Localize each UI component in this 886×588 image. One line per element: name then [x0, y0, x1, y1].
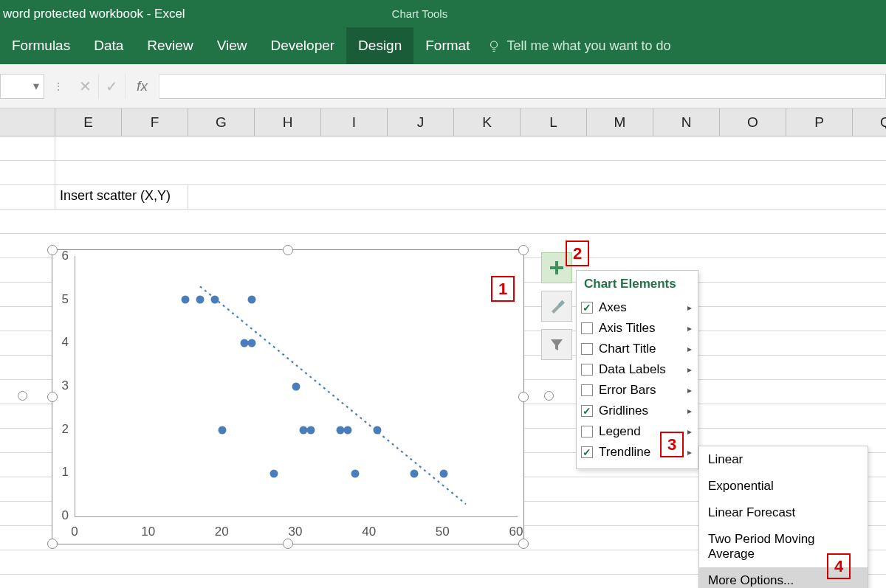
x-tick: 10	[141, 525, 155, 539]
y-tick: 4	[62, 335, 69, 350]
col-header[interactable]: P	[786, 108, 853, 136]
callout-1: 1	[491, 276, 515, 302]
checkbox[interactable]	[581, 384, 593, 396]
submenu-arrow-icon[interactable]: ▸	[687, 426, 692, 437]
name-box[interactable]: ▾	[0, 74, 44, 99]
submenu-arrow-icon[interactable]: ▸	[687, 385, 692, 395]
fx-label[interactable]: fx	[126, 74, 159, 99]
data-point[interactable]	[219, 426, 227, 435]
submenu-arrow-icon[interactable]: ▸	[687, 447, 692, 457]
y-axis: 0 1 2 3 4 5 6	[52, 256, 73, 516]
data-point[interactable]	[248, 339, 256, 347]
col-header[interactable]: E	[55, 108, 122, 136]
checkbox[interactable]	[581, 446, 593, 458]
chart-element-label: Data Labels	[599, 362, 666, 377]
trendline-option[interactable]: Linear Forecast	[699, 499, 868, 526]
funnel-icon	[549, 336, 565, 353]
contextual-tab-group: Chart Tools	[392, 7, 448, 20]
x-tick: 60	[509, 525, 523, 539]
submenu-arrow-icon[interactable]: ▸	[687, 302, 692, 313]
col-header[interactable]: K	[454, 108, 521, 136]
data-point[interactable]	[248, 296, 256, 304]
col-header[interactable]: L	[521, 108, 587, 136]
data-point[interactable]	[182, 296, 190, 304]
y-tick: 0	[62, 508, 69, 523]
callout-2: 2	[566, 241, 589, 266]
col-header[interactable]: H	[255, 108, 321, 136]
col-header[interactable]: J	[388, 108, 454, 136]
data-point[interactable]	[196, 296, 205, 304]
data-point[interactable]	[374, 426, 382, 435]
submenu-arrow-icon[interactable]: ▸	[687, 364, 692, 375]
trendline-option[interactable]: Exponential	[699, 473, 868, 499]
submenu-arrow-icon[interactable]: ▸	[687, 406, 692, 416]
chart-element-item[interactable]: Axes▸	[577, 297, 698, 318]
col-header[interactable]: F	[122, 108, 188, 136]
formula-bar: ▾ ⋮ ✕ ✓ fx	[0, 64, 886, 108]
x-tick: 20	[215, 525, 229, 539]
tab-review[interactable]: Review	[135, 27, 205, 64]
tab-formulas[interactable]: Formulas	[0, 27, 82, 64]
y-tick: 2	[62, 422, 69, 437]
col-header[interactable]: I	[321, 108, 388, 136]
chart-styles-button[interactable]	[541, 291, 572, 322]
tab-developer[interactable]: Developer	[258, 27, 346, 64]
svg-point-0	[491, 41, 498, 48]
title-bar: word protected workbook - Excel Chart To…	[0, 0, 886, 27]
data-point[interactable]	[344, 426, 352, 435]
chart-filters-button[interactable]	[541, 329, 572, 360]
data-point[interactable]	[292, 383, 301, 391]
column-headers: E F G H I J K L M N O P Q	[0, 108, 886, 136]
lightbulb-icon	[487, 39, 501, 52]
data-point[interactable]	[440, 470, 448, 478]
x-tick: 40	[362, 525, 376, 539]
checkbox[interactable]	[581, 426, 593, 437]
callout-4: 4	[827, 553, 851, 579]
chart-element-item[interactable]: Chart Title▸	[577, 339, 698, 359]
chart-area[interactable]: 0 1 2 3 4 5 6 0 10 20 30 40 50 60	[52, 249, 524, 544]
chart-element-label: Trendline	[599, 445, 650, 460]
chart-object[interactable]: 0 1 2 3 4 5 6 0 10 20 30 40 50 60	[22, 243, 517, 553]
col-header[interactable]	[0, 108, 55, 136]
tab-design[interactable]: Design	[346, 27, 413, 64]
trendline-option[interactable]: Linear	[699, 446, 868, 473]
data-point[interactable]	[411, 470, 419, 478]
chart-side-buttons	[541, 252, 572, 360]
chart-element-item[interactable]: Error Bars▸	[577, 380, 698, 401]
formula-input[interactable]	[159, 74, 886, 99]
submenu-arrow-icon[interactable]: ▸	[687, 344, 692, 354]
chart-element-item[interactable]: Data Labels▸	[577, 359, 698, 380]
checkbox[interactable]	[581, 322, 593, 334]
x-tick: 50	[436, 525, 450, 539]
data-point[interactable]	[211, 296, 219, 304]
svg-rect-3	[550, 266, 563, 269]
y-tick: 6	[62, 249, 69, 263]
checkbox[interactable]	[581, 343, 593, 355]
data-point[interactable]	[307, 426, 315, 435]
checkbox[interactable]	[581, 405, 593, 417]
col-header[interactable]: N	[653, 108, 720, 136]
tab-view[interactable]: View	[205, 27, 259, 64]
checkbox[interactable]	[581, 302, 593, 314]
plot-area[interactable]	[75, 256, 518, 517]
tab-format[interactable]: Format	[413, 27, 481, 64]
checkbox[interactable]	[581, 364, 593, 376]
enter-button[interactable]: ✓	[99, 74, 126, 99]
col-header[interactable]: O	[720, 108, 786, 136]
tab-data[interactable]: Data	[82, 27, 135, 64]
callout-3: 3	[660, 432, 684, 457]
submenu-arrow-icon[interactable]: ▸	[687, 323, 692, 333]
svg-line-1	[200, 286, 466, 504]
cancel-button[interactable]: ✕	[72, 74, 99, 99]
col-header[interactable]: G	[188, 108, 255, 136]
document-title: word protected workbook - Excel	[0, 7, 185, 21]
cell-text[interactable]: Insert scatter (X,Y)	[55, 185, 188, 209]
chart-element-item[interactable]: Gridlines▸	[577, 401, 698, 421]
data-point[interactable]	[270, 470, 278, 478]
col-header[interactable]: M	[587, 108, 653, 136]
chart-element-item[interactable]: Axis Titles▸	[577, 318, 698, 339]
col-header[interactable]: Q	[853, 108, 886, 136]
tell-me-search[interactable]: Tell me what you want to do	[487, 27, 670, 64]
data-point[interactable]	[351, 470, 360, 478]
chart-element-label: Chart Title	[599, 342, 656, 356]
